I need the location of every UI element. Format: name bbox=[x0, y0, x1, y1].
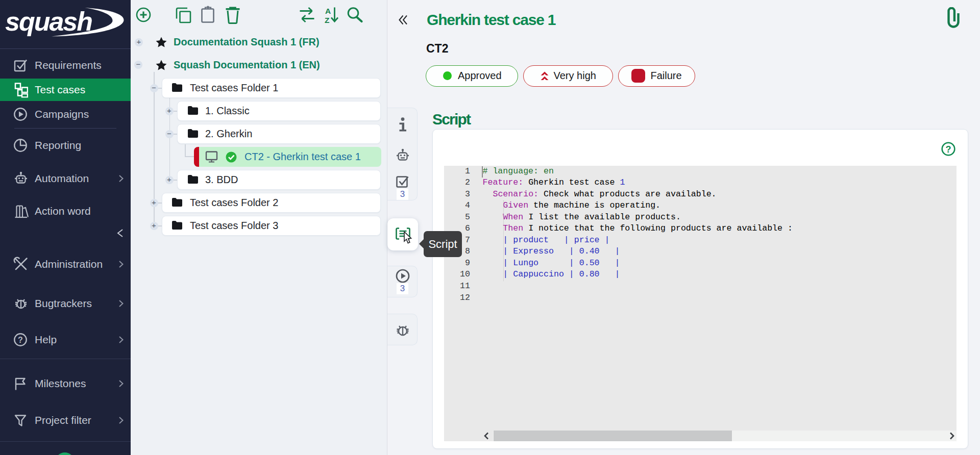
svg-text:?: ? bbox=[946, 144, 951, 155]
svg-text:A: A bbox=[325, 7, 331, 15]
svg-text:?: ? bbox=[18, 336, 23, 344]
svg-text:squash: squash bbox=[5, 7, 93, 36]
svg-text:Z: Z bbox=[325, 16, 330, 24]
